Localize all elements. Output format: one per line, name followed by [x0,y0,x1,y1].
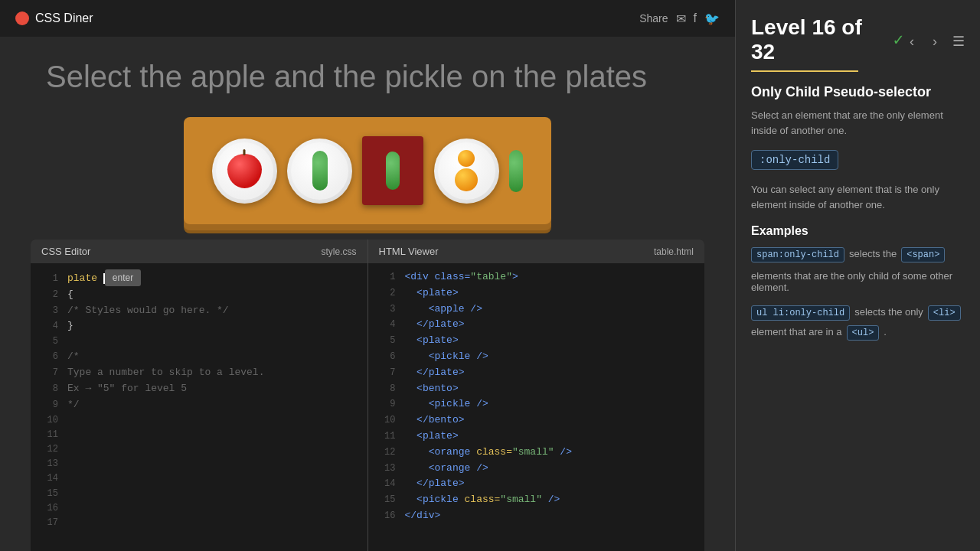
selector-badge: :only-child [751,150,838,170]
html-line-4: 4 </plate> [368,317,705,333]
table-surface [184,117,551,224]
pseudo-selector-desc: Select an element that are the only elem… [751,108,965,138]
css-line-15: 15 [31,487,368,501]
html-line-14: 14 </plate> [368,476,705,492]
orange-large [455,168,478,191]
css-editor-content[interactable]: 1 plate enter 2 { 3 /* Styles would go h… [31,263,368,551]
example1-code1: span:only-child [751,247,844,262]
html-line-5: 5 <plate> [368,333,705,349]
html-line-11: 11 <plate> [368,429,705,445]
css-editor-filename: style.css [321,246,356,257]
css-editor-panel: CSS Editor style.css 1 plate enter 2 { 3… [31,240,368,551]
menu-icon[interactable]: ☰ [952,33,965,50]
example2-text3: . [884,326,887,337]
html-line-10: 10 </bento> [368,412,705,429]
pickle-standalone [509,150,523,192]
css-line-12: 12 [31,442,368,457]
css-line-5: 5 [31,334,368,349]
html-line-3: 3 <apple /> [368,302,705,318]
html-line-7: 7 </plate> [368,365,705,381]
level-underline [751,70,858,72]
detail-desc: You can select any element that is the o… [751,182,965,212]
prev-level-button[interactable]: ‹ [903,31,920,53]
pseudo-selector-title: Only Child Pseudo-selector [751,84,965,100]
editors-area: CSS Editor style.css 1 plate enter 2 { 3… [31,240,704,551]
share-area: Share ✉ f 🐦 [639,11,720,26]
level-indicator: Level 16 of 32 ✓ [751,15,903,64]
css-line-14: 14 [31,471,368,486]
html-editor-filename: table.html [654,246,694,257]
css-editor-label: CSS Editor [41,246,90,257]
css-line-16: 16 [31,501,368,516]
nav-arrows: ‹ › ☰ [903,31,965,53]
facebook-icon[interactable]: f [694,11,697,25]
plate-rim-1 [216,142,273,200]
header: CSS Diner Share ✉ f 🐦 [0,0,735,37]
css-line-6: 6 /* [31,349,368,365]
orange-group [455,150,478,191]
app-title: CSS Diner [15,11,93,25]
html-line-1: 1 <div class="table"> [368,269,705,285]
example1-text1: selects the [849,248,897,259]
app-icon [15,11,29,25]
html-line-16: 16 </div> [368,508,705,524]
pickle-in-bento [386,152,400,190]
share-label: Share [639,12,668,24]
html-line-12: 12 <orange class="small" /> [368,445,705,461]
plate-apple [212,139,277,204]
enter-button[interactable]: enter [105,269,141,286]
css-line-10: 10 [31,413,368,428]
html-editor-label: HTML Viewer [379,246,439,257]
example2-code3: <ul> [847,325,880,341]
html-line-9: 9 <pickle /> [368,396,705,412]
html-line-13: 13 <orange /> [368,461,705,477]
css-line-4: 4 } [31,318,368,334]
css-line-11: 11 [31,428,368,442]
example2-text2: element that are in a [751,326,842,337]
level-header-row: Level 16 of 32 ✓ ‹ › ☰ [751,15,965,67]
css-line-1: 1 plate enter [31,269,368,287]
example-1-row: span:only-child selects the <span> [751,247,965,262]
plate-pickle [287,139,352,204]
example-2-row: ul li:only-child selects the only <li> e… [751,305,965,341]
example1-text2: elements that are the only child of some… [751,270,965,293]
check-icon: ✓ [893,30,903,51]
orange-small [458,150,475,167]
example-2: ul li:only-child selects the only <li> e… [751,305,965,341]
bento-box [362,136,423,205]
pickle-on-plate [312,151,328,191]
css-line-2: 2 { [31,287,368,303]
css-line-17: 17 [31,516,368,530]
css-line-9: 9 */ [31,397,368,413]
next-level-button[interactable]: › [926,31,943,53]
html-viewer-panel: HTML Viewer table.html 1 <div class="tab… [368,240,705,551]
html-line-2: 2 <plate> [368,285,705,302]
html-line-8: 8 <bento> [368,381,705,397]
level-title: Select the apple and the pickle on the p… [46,60,689,94]
apple [227,154,262,188]
example-1: span:only-child selects the <span> eleme… [751,247,965,293]
html-line-6: 6 <pickle /> [368,349,705,365]
level-title-area: Select the apple and the pickle on the p… [0,37,735,109]
plate-oranges [434,139,499,204]
css-line-3: 3 /* Styles would go here. */ [31,303,368,319]
html-editor-header: HTML Viewer table.html [368,240,705,263]
main-area: CSS Diner Share ✉ f 🐦 Select the apple a… [0,0,735,551]
plate-rim-2 [291,142,348,200]
right-panel: Level 16 of 32 ✓ ‹ › ☰ Only Child Pseudo… [735,0,980,551]
twitter-icon[interactable]: 🐦 [704,11,720,26]
examples-title: Examples [751,224,965,238]
app-title-text: CSS Diner [35,11,93,25]
html-editor-content: 1 <div class="table"> 2 <plate> 3 <apple… [368,263,705,551]
plate-rim-3 [438,142,495,200]
css-editor-header: CSS Editor style.css [31,240,368,263]
example1-code2: <span> [901,247,945,262]
email-icon[interactable]: ✉ [676,11,686,26]
css-line-8: 8 Ex → "5" for level 5 [31,381,368,397]
html-line-15: 15 <pickle class="small" /> [368,492,705,508]
table-scene [0,109,735,240]
level-display: Level 16 of 32 [751,15,887,64]
example2-text1: selects the only [854,306,923,318]
example2-code1: ul li:only-child [751,305,850,321]
example2-code2: <li> [928,305,961,321]
